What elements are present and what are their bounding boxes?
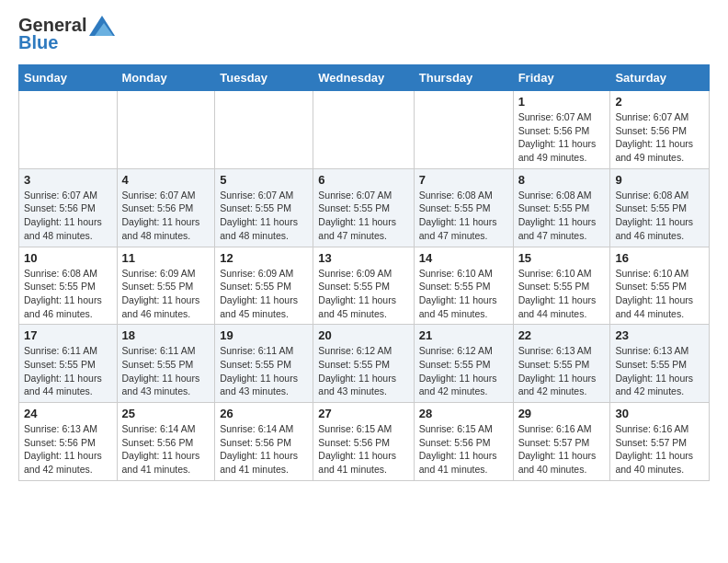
day-number: 29	[518, 407, 606, 420]
day-info: Sunrise: 6:11 AM Sunset: 5:55 PM Dayligh…	[220, 344, 308, 398]
day-info: Sunrise: 6:10 AM Sunset: 5:55 PM Dayligh…	[419, 267, 508, 321]
page: General Blue SundayMondayTuesdayWednesda…	[0, 0, 728, 496]
calendar-cell: 14Sunrise: 6:10 AM Sunset: 5:55 PM Dayli…	[414, 247, 513, 325]
day-number: 13	[318, 251, 408, 265]
day-number: 14	[419, 251, 508, 265]
day-info: Sunrise: 6:13 AM Sunset: 5:55 PM Dayligh…	[518, 344, 606, 398]
calendar-cell	[117, 91, 215, 169]
logo-container: General Blue	[18, 15, 115, 53]
day-number: 9	[615, 173, 704, 187]
day-info: Sunrise: 6:15 AM Sunset: 5:56 PM Dayligh…	[419, 422, 508, 477]
calendar-cell: 23Sunrise: 6:13 AM Sunset: 5:55 PM Dayli…	[610, 325, 710, 403]
day-info: Sunrise: 6:09 AM Sunset: 5:55 PM Dayligh…	[122, 267, 210, 321]
day-number: 2	[615, 95, 704, 109]
calendar-cell: 13Sunrise: 6:09 AM Sunset: 5:55 PM Dayli…	[313, 247, 414, 325]
weekday-header-thursday: Thursday	[414, 65, 513, 91]
calendar-cell	[19, 91, 118, 169]
day-number: 25	[122, 407, 210, 420]
day-info: Sunrise: 6:09 AM Sunset: 5:55 PM Dayligh…	[220, 267, 308, 321]
day-number: 11	[122, 251, 210, 265]
day-info: Sunrise: 6:10 AM Sunset: 5:55 PM Dayligh…	[518, 267, 606, 321]
day-info: Sunrise: 6:15 AM Sunset: 5:56 PM Dayligh…	[318, 422, 408, 477]
day-number: 17	[24, 328, 112, 342]
day-info: Sunrise: 6:07 AM Sunset: 5:55 PM Dayligh…	[220, 189, 308, 243]
day-info: Sunrise: 6:11 AM Sunset: 5:55 PM Dayligh…	[122, 344, 210, 398]
calendar-week-1: 1Sunrise: 6:07 AM Sunset: 5:56 PM Daylig…	[19, 91, 710, 169]
day-number: 27	[318, 407, 408, 420]
logo-bird-icon	[89, 16, 115, 36]
day-number: 4	[122, 173, 210, 187]
day-number: 10	[24, 251, 112, 265]
calendar-cell: 8Sunrise: 6:08 AM Sunset: 5:55 PM Daylig…	[513, 168, 610, 247]
calendar-cell: 2Sunrise: 6:07 AM Sunset: 5:56 PM Daylig…	[610, 91, 710, 169]
day-info: Sunrise: 6:14 AM Sunset: 5:56 PM Dayligh…	[220, 422, 308, 477]
day-number: 3	[24, 173, 112, 187]
calendar-cell: 4Sunrise: 6:07 AM Sunset: 5:56 PM Daylig…	[117, 168, 215, 247]
calendar-cell: 16Sunrise: 6:10 AM Sunset: 5:55 PM Dayli…	[610, 247, 710, 325]
calendar-cell	[215, 91, 313, 169]
day-number: 6	[318, 173, 408, 187]
calendar-week-4: 17Sunrise: 6:11 AM Sunset: 5:55 PM Dayli…	[19, 325, 710, 403]
day-info: Sunrise: 6:08 AM Sunset: 5:55 PM Dayligh…	[419, 189, 508, 243]
calendar-cell: 29Sunrise: 6:16 AM Sunset: 5:57 PM Dayli…	[513, 403, 610, 481]
calendar-cell: 17Sunrise: 6:11 AM Sunset: 5:55 PM Dayli…	[19, 325, 118, 403]
day-info: Sunrise: 6:13 AM Sunset: 5:55 PM Dayligh…	[615, 344, 704, 398]
weekday-header-saturday: Saturday	[610, 65, 710, 91]
calendar-cell: 28Sunrise: 6:15 AM Sunset: 5:56 PM Dayli…	[414, 403, 513, 481]
calendar: SundayMondayTuesdayWednesdayThursdayFrid…	[18, 64, 710, 481]
weekday-header-sunday: Sunday	[19, 65, 118, 91]
day-number: 22	[518, 328, 606, 342]
day-info: Sunrise: 6:07 AM Sunset: 5:55 PM Dayligh…	[318, 189, 408, 243]
day-number: 7	[419, 173, 508, 187]
calendar-cell: 18Sunrise: 6:11 AM Sunset: 5:55 PM Dayli…	[117, 325, 215, 403]
calendar-cell: 20Sunrise: 6:12 AM Sunset: 5:55 PM Dayli…	[313, 325, 414, 403]
logo-blue-text: Blue	[18, 32, 58, 53]
weekday-header-wednesday: Wednesday	[313, 65, 414, 91]
day-info: Sunrise: 6:08 AM Sunset: 5:55 PM Dayligh…	[518, 189, 606, 243]
calendar-cell: 19Sunrise: 6:11 AM Sunset: 5:55 PM Dayli…	[215, 325, 313, 403]
day-number: 30	[615, 407, 704, 420]
calendar-cell	[414, 91, 513, 169]
day-number: 15	[518, 251, 606, 265]
day-info: Sunrise: 6:09 AM Sunset: 5:55 PM Dayligh…	[318, 267, 408, 321]
weekday-header-friday: Friday	[513, 65, 610, 91]
weekday-header-tuesday: Tuesday	[215, 65, 313, 91]
day-info: Sunrise: 6:07 AM Sunset: 5:56 PM Dayligh…	[122, 189, 210, 243]
day-info: Sunrise: 6:07 AM Sunset: 5:56 PM Dayligh…	[518, 110, 606, 165]
day-info: Sunrise: 6:16 AM Sunset: 5:57 PM Dayligh…	[615, 422, 704, 477]
calendar-cell: 1Sunrise: 6:07 AM Sunset: 5:56 PM Daylig…	[513, 91, 610, 169]
calendar-cell: 26Sunrise: 6:14 AM Sunset: 5:56 PM Dayli…	[215, 403, 313, 481]
day-number: 23	[615, 328, 704, 342]
day-info: Sunrise: 6:12 AM Sunset: 5:55 PM Dayligh…	[318, 344, 408, 398]
calendar-cell: 30Sunrise: 6:16 AM Sunset: 5:57 PM Dayli…	[610, 403, 710, 481]
logo: General Blue	[18, 15, 115, 53]
calendar-cell: 25Sunrise: 6:14 AM Sunset: 5:56 PM Dayli…	[117, 403, 215, 481]
day-number: 24	[24, 407, 112, 420]
calendar-cell: 12Sunrise: 6:09 AM Sunset: 5:55 PM Dayli…	[215, 247, 313, 325]
day-number: 28	[419, 407, 508, 420]
day-info: Sunrise: 6:11 AM Sunset: 5:55 PM Dayligh…	[24, 344, 112, 398]
day-number: 16	[615, 251, 704, 265]
day-info: Sunrise: 6:16 AM Sunset: 5:57 PM Dayligh…	[518, 422, 606, 477]
calendar-cell: 7Sunrise: 6:08 AM Sunset: 5:55 PM Daylig…	[414, 168, 513, 247]
day-number: 8	[518, 173, 606, 187]
day-info: Sunrise: 6:12 AM Sunset: 5:55 PM Dayligh…	[419, 344, 508, 398]
day-number: 18	[122, 328, 210, 342]
calendar-cell: 11Sunrise: 6:09 AM Sunset: 5:55 PM Dayli…	[117, 247, 215, 325]
calendar-cell: 10Sunrise: 6:08 AM Sunset: 5:55 PM Dayli…	[19, 247, 118, 325]
calendar-cell: 22Sunrise: 6:13 AM Sunset: 5:55 PM Dayli…	[513, 325, 610, 403]
day-info: Sunrise: 6:08 AM Sunset: 5:55 PM Dayligh…	[24, 267, 112, 321]
calendar-week-2: 3Sunrise: 6:07 AM Sunset: 5:56 PM Daylig…	[19, 168, 710, 247]
weekday-header-monday: Monday	[117, 65, 215, 91]
calendar-cell: 27Sunrise: 6:15 AM Sunset: 5:56 PM Dayli…	[313, 403, 414, 481]
day-number: 19	[220, 328, 308, 342]
day-number: 1	[518, 95, 606, 109]
day-info: Sunrise: 6:13 AM Sunset: 5:56 PM Dayligh…	[24, 422, 112, 477]
calendar-cell: 3Sunrise: 6:07 AM Sunset: 5:56 PM Daylig…	[19, 168, 118, 247]
day-number: 20	[318, 328, 408, 342]
calendar-cell: 21Sunrise: 6:12 AM Sunset: 5:55 PM Dayli…	[414, 325, 513, 403]
calendar-header-row: SundayMondayTuesdayWednesdayThursdayFrid…	[19, 65, 710, 91]
calendar-cell: 9Sunrise: 6:08 AM Sunset: 5:55 PM Daylig…	[610, 168, 710, 247]
calendar-week-5: 24Sunrise: 6:13 AM Sunset: 5:56 PM Dayli…	[19, 403, 710, 481]
day-info: Sunrise: 6:08 AM Sunset: 5:55 PM Dayligh…	[615, 189, 704, 243]
